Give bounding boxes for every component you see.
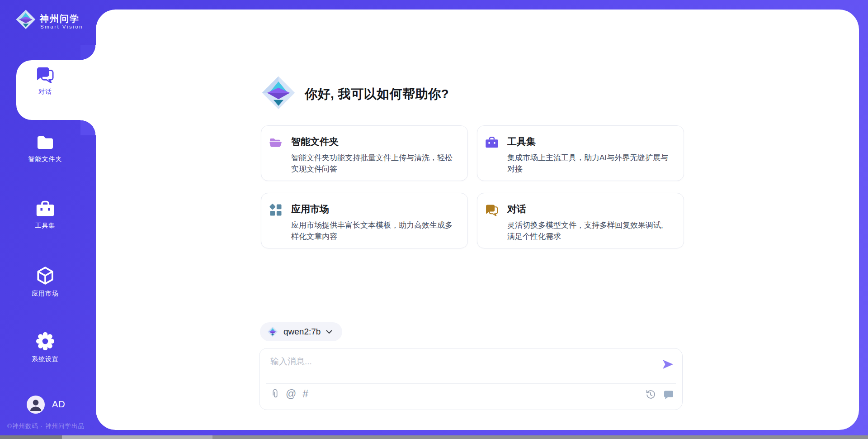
open-folder-icon (269, 136, 283, 149)
new-chat-button[interactable] (663, 389, 674, 400)
paperclip-icon (269, 388, 279, 399)
card-title: 工具集 (507, 135, 536, 148)
card-description: 集成市场上主流工具，助力AI与外界无缝扩展与 对接 (507, 152, 679, 175)
brand-name-en: Smart Vision (40, 24, 83, 29)
sidebar-item-label: 对话 (0, 88, 90, 96)
chat-bubbles-icon (485, 203, 499, 217)
feature-card-chat[interactable]: 对话 灵活切换多模型文件，支持多样回复效果调试, 满足个性化需求 (477, 193, 684, 248)
sidebar-item-chat[interactable]: 对话 (0, 66, 90, 96)
sidebar-item-label: 工具集 (0, 222, 90, 230)
brand-name-cn: 神州问学 (40, 13, 80, 25)
toolbox-icon (36, 200, 55, 217)
attach-file-button[interactable] (269, 388, 279, 399)
scrollbar-thumb[interactable] (62, 435, 212, 439)
card-description: 灵活切换多模型文件，支持多样回复效果调试, 满足个性化需求 (507, 220, 679, 242)
greeting-title: 你好, 我可以如何帮助你? (305, 86, 449, 103)
app-logo: 神州问学 Smart Vision (15, 9, 92, 33)
sidebar-item-label: 系统设置 (0, 355, 90, 363)
history-button[interactable] (645, 389, 656, 400)
greeting-diamond-icon (261, 75, 296, 110)
message-input[interactable] (270, 356, 641, 379)
model-diamond-icon (267, 326, 278, 337)
sidebar-item-app-market[interactable]: 应用市场 (0, 266, 90, 298)
toolbox-icon (485, 136, 499, 149)
mention-button[interactable]: @ (286, 388, 296, 399)
hash-icon: # (302, 388, 308, 399)
tab-fillet-top (80, 45, 97, 60)
card-description: 应用市场提供丰富长文本模板，助力高效生成多 样化文章内容 (291, 220, 463, 242)
sidebar-item-label: 智能文件夹 (0, 155, 90, 163)
sidebar-item-smart-folder[interactable]: 智能文件夹 (0, 134, 90, 163)
card-title: 对话 (507, 203, 526, 215)
gear-icon (36, 332, 55, 351)
feature-card-smart-folder[interactable]: 智能文件夹 智能文件夹功能支持批量文件上传与清洗，轻松 实现文件问答 (261, 125, 468, 181)
sidebar-item-label: 应用市场 (0, 290, 90, 298)
model-name: qwen2:7b (283, 327, 321, 337)
model-selector[interactable]: qwen2:7b (260, 322, 342, 341)
apps-grid-icon (269, 203, 283, 217)
chevron-down-icon (326, 330, 332, 334)
tab-fillet-bottom (80, 120, 97, 135)
user-initials: AD (52, 399, 66, 410)
send-icon (661, 358, 674, 370)
message-composer: @ # (259, 348, 683, 410)
card-title: 应用市场 (291, 203, 329, 215)
scrollbar-corner (0, 435, 62, 439)
card-description: 智能文件夹功能支持批量文件上传与清洗，轻松 实现文件问答 (291, 152, 463, 175)
cube-icon (36, 266, 55, 285)
topic-button[interactable]: # (302, 388, 308, 399)
card-title: 智能文件夹 (291, 135, 339, 148)
brand-diamond-icon (15, 9, 36, 30)
history-clock-icon (645, 389, 656, 400)
horizontal-scrollbar[interactable] (0, 435, 868, 439)
copyright-footer: ©神州数码 · 神州问学出品 (7, 422, 98, 430)
folder-icon (36, 134, 55, 151)
sidebar-item-settings[interactable]: 系统设置 (0, 332, 90, 363)
chat-bubble-icon (663, 389, 674, 400)
sidebar-item-toolset[interactable]: 工具集 (0, 200, 90, 230)
feature-card-toolset[interactable]: 工具集 集成市场上主流工具，助力AI与外界无缝扩展与 对接 (477, 125, 684, 181)
send-button[interactable] (661, 358, 674, 370)
chat-bubbles-icon (36, 66, 55, 83)
composer-divider (266, 383, 676, 384)
avatar (27, 396, 45, 414)
at-icon: @ (286, 388, 296, 399)
feature-card-app-market[interactable]: 应用市场 应用市场提供丰富长文本模板，助力高效生成多 样化文章内容 (261, 193, 468, 248)
